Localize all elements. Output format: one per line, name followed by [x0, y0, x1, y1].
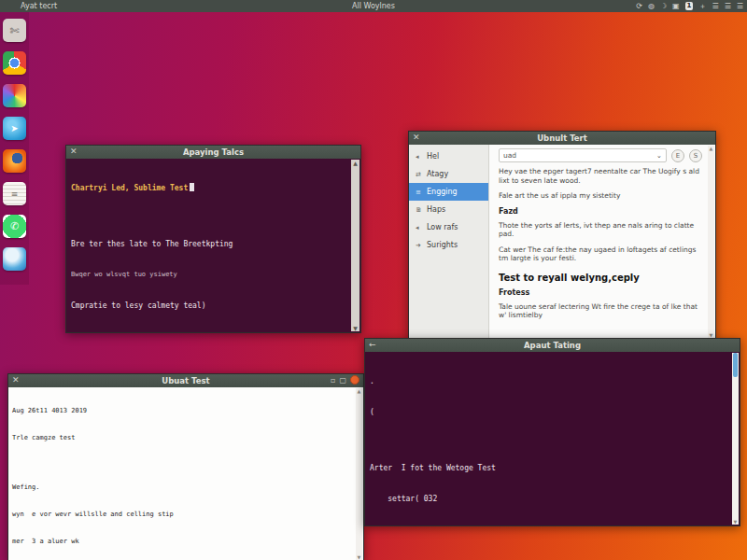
titlebar-apaut-tating[interactable]: ← Apaut Tating — [365, 339, 740, 352]
paragraph: Thote the yorts af lerts, ivt thep ane n… — [499, 221, 702, 239]
terminal-line: . — [370, 376, 728, 386]
terminal-line: Bre ter thes late to The Breetkpting — [71, 239, 349, 249]
browser-icon[interactable] — [3, 247, 26, 271]
close-icon[interactable]: ✕ — [413, 133, 420, 142]
back-icon[interactable]: ← — [369, 340, 376, 349]
close-icon[interactable]: ✕ — [12, 375, 20, 385]
terminal-line: Cmpratie to lesy calmety teal) — [71, 301, 349, 311]
scrollbar[interactable]: ▲ ▼ — [356, 388, 362, 560]
terminal-output[interactable]: Chartryi Led, Sublime Test Bre ter thes … — [66, 159, 360, 332]
log-line: Trle camgze test — [12, 434, 354, 443]
whatsapp-icon[interactable]: ✆ — [3, 215, 26, 238]
scroll-down-icon[interactable]: ▼ — [353, 325, 358, 331]
messenger-icon[interactable]: ➤ — [3, 117, 26, 140]
scroll-up-icon[interactable]: ▲ — [358, 388, 361, 394]
terminal-line: wnd (3) — [370, 525, 728, 525]
sidebar-item-hel[interactable]: ◂ Hel — [409, 147, 488, 165]
help-content: uad ⌄ E S Hey vae the epger tagert7 neen… — [489, 145, 715, 339]
volume-menu-icon[interactable]: ☰ — [712, 1, 718, 11]
desktop: Ayat tecrt All Woylnes ⟳ ◍ ☽ ▣ 1 ＋ ☰ ☰ ☰… — [0, 0, 747, 560]
log-line: mer 3 a aluer wk — [12, 538, 354, 547]
swap-icon: ⇄ — [416, 171, 423, 178]
chrome-icon[interactable] — [3, 51, 26, 75]
scroll-thumb[interactable] — [733, 353, 738, 377]
terminal-line: Bwqer wo wlsvqt tuo ysiwety — [71, 270, 349, 280]
window-title: Ubuat Test — [162, 376, 209, 385]
log-output[interactable]: Aug 26t11 4013 2019 Trle camgze test Wef… — [8, 387, 363, 560]
arrow-icon: ➜ — [416, 242, 423, 249]
sidebar-item-low-rafs[interactable]: ◂ Low rafs — [409, 218, 488, 236]
page-heading: Test to reyall welyng,ceply — [499, 273, 702, 283]
window-ubuat-test: ✕ Ubuat Test ▫ ▢ Aug 26t11 4013 2019 Trl… — [7, 373, 364, 560]
settings-menu-icon[interactable]: ☰ — [725, 1, 731, 11]
share-button[interactable]: S — [689, 149, 702, 162]
cut-tool-icon[interactable]: ✄ — [3, 19, 26, 42]
plus-icon[interactable]: ＋ — [698, 1, 706, 11]
scroll-down-icon[interactable]: ▼ — [734, 519, 738, 525]
minimize-icon[interactable]: ▫ — [331, 376, 335, 385]
close-icon[interactable]: ✕ — [70, 147, 78, 156]
paragraph: Tale uoune seraf lectering Wt fire the c… — [499, 302, 702, 320]
window-title: Apaut Tating — [524, 341, 581, 350]
launcher-dock: ✄ ➤ ≡ ✆ — [0, 12, 29, 285]
scrollbar[interactable]: ▲ ▼ — [351, 160, 359, 331]
window-apaut-tating: ← Apaut Tating . ( Arter I fot the Wetog… — [364, 338, 740, 526]
battery-indicator[interactable]: 1 — [685, 2, 694, 10]
terminal-output[interactable]: . ( Arter I fot the Wetoge Test settar( … — [365, 352, 740, 525]
section-heading: Frotess — [499, 288, 702, 297]
help-sidebar: ◂ Hel ⇄ Atagy ≡ Engging 🗎 Haps ◂ Low — [409, 145, 489, 339]
sidebar-item-atagy[interactable]: ⇄ Atagy — [409, 165, 488, 183]
terminal-line: settar( 032 — [370, 494, 728, 504]
scroll-up-icon[interactable]: ▲ — [710, 146, 713, 151]
screenshot-icon[interactable]: ▣ — [672, 1, 680, 11]
text-cursor — [190, 183, 194, 191]
top-panel: Ayat tecrt All Woylnes ⟳ ◍ ☽ ▣ 1 ＋ ☰ ☰ ☰ — [0, 0, 747, 12]
window-apaying-talcs: ✕ Apaying Talcs Chartryi Led, Sublime Te… — [65, 145, 361, 333]
log-line: Aug 26t11 4013 2019 — [12, 407, 354, 416]
scrollbar[interactable]: ▲ ▼ — [708, 146, 714, 338]
titlebar-ubuat-test[interactable]: ✕ Ubuat Test ▫ ▢ — [8, 374, 363, 387]
log-line: Wefing. — [12, 483, 354, 493]
sidebar-item-engging[interactable]: ≡ Engging — [409, 183, 488, 201]
titlebar-ubnult-tert[interactable]: ✕ Ubnult Tert — [409, 132, 715, 145]
paragraph: Cat wer The caf fe:the nay ugaed in loft… — [499, 245, 702, 263]
scrollbar[interactable]: ▼ — [732, 353, 739, 525]
paragraph: Fale art the us af ippla my sistetity — [499, 191, 702, 201]
terminal-line: Chartryi Led, Sublime Test — [71, 183, 349, 193]
sidebar-item-surights[interactable]: ➜ Surights — [409, 236, 488, 254]
scroll-down-icon[interactable]: ▼ — [358, 554, 361, 560]
back-icon: ◂ — [416, 153, 423, 161]
close-button[interactable] — [350, 375, 359, 385]
chevron-down-icon: ⌄ — [656, 151, 662, 160]
notes-app-icon[interactable]: ≡ — [3, 182, 26, 205]
log-line: wyn e vor wevr willslle and celling stip — [12, 511, 354, 520]
bluetooth-icon[interactable]: ◍ — [648, 1, 655, 11]
paragraph: Hey vae the epger tagert7 neentalte car … — [499, 167, 702, 185]
window-title: Apaying Talcs — [183, 147, 244, 157]
back-icon: ◂ — [416, 224, 423, 231]
system-menu-icon[interactable]: ☰ — [737, 1, 743, 11]
search-dropdown[interactable]: uad ⌄ — [499, 148, 667, 162]
terminal-line: Arter I fot the Wetoge Test — [370, 463, 728, 473]
window-ubnult-tert: ✕ Ubnult Tert ◂ Hel ⇄ Atagy ≡ Engging 🗎 — [408, 131, 716, 340]
maximize-icon[interactable]: ▢ — [339, 376, 346, 385]
night-mode-icon[interactable]: ☽ — [660, 1, 667, 11]
sidebar-item-haps[interactable]: 🗎 Haps — [409, 201, 488, 218]
section-heading: Fazd — [499, 207, 702, 216]
window-title: Ubnult Tert — [537, 133, 587, 143]
network-icon[interactable]: ⟳ — [636, 1, 642, 11]
terminal-line: ( — [370, 407, 728, 417]
firefox-icon[interactable] — [3, 149, 26, 173]
panel-clock-title: All Woylnes — [0, 2, 747, 10]
list-icon: ≡ — [416, 189, 423, 196]
scroll-up-icon[interactable]: ▲ — [353, 160, 358, 166]
titlebar-apaying-talcs[interactable]: ✕ Apaying Talcs — [66, 146, 360, 159]
document-icon: 🗎 — [416, 206, 423, 214]
media-app-icon[interactable] — [3, 84, 26, 107]
text-size-button[interactable]: E — [671, 149, 684, 162]
